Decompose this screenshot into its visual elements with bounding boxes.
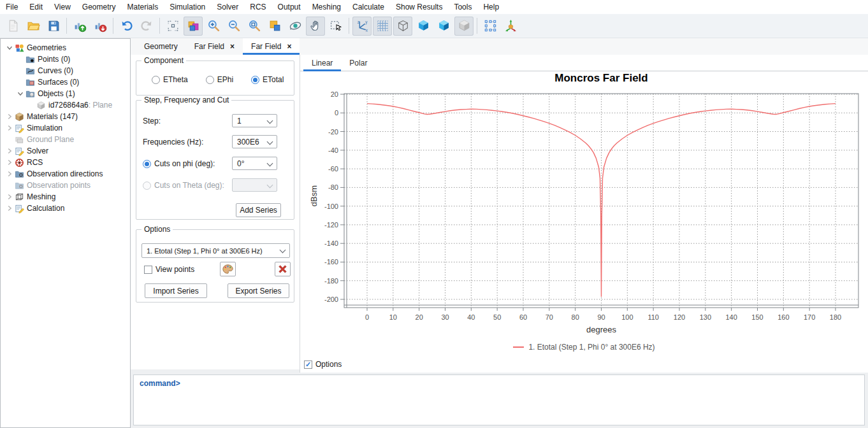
delete-series-button[interactable] bbox=[275, 262, 291, 276]
cuts-phi-radio[interactable] bbox=[143, 160, 151, 168]
tree-item-id726864a6[interactable]: id726864a6 : Plane bbox=[1, 99, 130, 111]
toolbar-wireframe-view-button[interactable] bbox=[393, 17, 412, 36]
tree-item-surfaces-0[interactable]: Surfaces (0) bbox=[1, 76, 130, 88]
menu-item-edit[interactable]: Edit bbox=[24, 0, 48, 14]
export-series-button[interactable]: Export Series bbox=[228, 283, 289, 298]
import-series-button[interactable]: Import Series bbox=[145, 283, 207, 298]
chevron-collapsed-icon[interactable] bbox=[4, 169, 14, 179]
tab-far-field-1[interactable]: Far Field× bbox=[186, 38, 243, 55]
toolbar-pan-button[interactable] bbox=[306, 17, 325, 36]
add-series-button[interactable]: Add Series bbox=[236, 203, 281, 217]
step-select-value: 1 bbox=[237, 117, 242, 125]
toolbar-bring-to-front-button[interactable] bbox=[265, 17, 284, 36]
materials-icon bbox=[14, 111, 24, 122]
tree-item-geometries[interactable]: Geometries bbox=[1, 42, 130, 54]
chevron-down-icon bbox=[280, 247, 286, 253]
menu-item-tools[interactable]: Tools bbox=[448, 0, 477, 14]
chevron-collapsed-icon[interactable] bbox=[4, 192, 14, 202]
tree-item-materials-147[interactable]: Materials (147) bbox=[1, 111, 130, 122]
etheta-option[interactable]: ETheta bbox=[152, 75, 188, 84]
tree-item-curves-0[interactable]: Curves (0) bbox=[1, 65, 130, 76]
toolbar-select-button[interactable] bbox=[326, 17, 345, 36]
toolbar-zoom-out-button[interactable] bbox=[224, 17, 243, 36]
tree-item-observation-points[interactable]: Observation points bbox=[1, 180, 130, 191]
command-panel[interactable]: command> bbox=[133, 374, 865, 425]
tab-geometry-0[interactable]: Geometry bbox=[136, 38, 186, 55]
series-color-button[interactable] bbox=[220, 262, 236, 276]
menu-item-solver[interactable]: Solver bbox=[211, 0, 244, 14]
toolbar-solid-view-button[interactable] bbox=[414, 17, 433, 36]
menu-item-rcs[interactable]: RCS bbox=[244, 0, 271, 14]
toolbar-show-axes-button[interactable]: zyx bbox=[352, 17, 372, 36]
tree-item-points-0[interactable]: Points (0) bbox=[1, 54, 130, 65]
toolbar-export-button[interactable] bbox=[90, 17, 110, 36]
toolbar-view-objects-button[interactable] bbox=[184, 17, 203, 36]
view-points-checkbox[interactable] bbox=[144, 266, 152, 274]
cube-gray-icon bbox=[458, 19, 471, 32]
close-icon[interactable]: × bbox=[287, 43, 291, 50]
view-points-option[interactable]: View points bbox=[144, 265, 194, 274]
ephi-option[interactable]: EPhi bbox=[206, 75, 233, 84]
chevron-collapsed-icon[interactable] bbox=[4, 124, 14, 133]
menu-item-show-results[interactable]: Show Results bbox=[390, 0, 448, 14]
tree-item-meshing[interactable]: Meshing bbox=[1, 191, 130, 203]
toolbar-fit-view-button[interactable] bbox=[163, 17, 182, 36]
menu-item-meshing[interactable]: Meshing bbox=[307, 0, 347, 14]
tree-item-observation-directions[interactable]: Observation directions bbox=[1, 168, 130, 180]
chart-tab-polar[interactable]: Polar bbox=[341, 55, 375, 71]
toolbar-move-object-button[interactable] bbox=[501, 17, 520, 36]
command-prompt[interactable]: command> bbox=[140, 379, 180, 388]
etheta-radio[interactable] bbox=[152, 76, 160, 84]
toolbar-orbit-button[interactable] bbox=[286, 17, 305, 36]
import-series-label: Import Series bbox=[153, 287, 198, 296]
toolbar-shaded-view-button[interactable] bbox=[434, 17, 453, 36]
toolbar-zoom-window-button[interactable] bbox=[245, 17, 264, 36]
menu-item-file[interactable]: File bbox=[0, 0, 24, 14]
toolbar-open-project-button[interactable] bbox=[24, 17, 43, 36]
etotal-option[interactable]: ETotal bbox=[251, 75, 284, 84]
toolbar-new-document-button[interactable] bbox=[3, 17, 22, 36]
doc-pencil-icon bbox=[14, 146, 24, 156]
menu-item-geometry[interactable]: Geometry bbox=[76, 0, 122, 14]
chevron-expanded-icon[interactable] bbox=[15, 89, 25, 99]
tree-item-calculation[interactable]: Calculation bbox=[1, 203, 130, 214]
tree-item-ground-plane[interactable]: Ground Plane bbox=[1, 134, 130, 145]
undo-icon bbox=[120, 19, 133, 32]
chart-options-checkbox[interactable] bbox=[304, 360, 312, 369]
menu-item-materials[interactable]: Materials bbox=[122, 0, 164, 14]
series-select[interactable]: 1. Etotal (Step 1, Phi 0° at 300E6 Hz) bbox=[141, 243, 290, 258]
toolbar-selection-box-button[interactable] bbox=[481, 17, 500, 36]
tree-item-objects-1[interactable]: Objects (1) bbox=[1, 88, 130, 99]
chevron-collapsed-icon[interactable] bbox=[4, 158, 14, 168]
chart-options-toggle[interactable]: Options bbox=[304, 360, 342, 369]
ephi-radio[interactable] bbox=[206, 76, 214, 84]
etotal-radio[interactable] bbox=[251, 76, 259, 84]
toolbar-redo-button[interactable] bbox=[137, 17, 156, 36]
close-icon[interactable]: × bbox=[230, 43, 235, 50]
tree-item-rcs[interactable]: RCS bbox=[1, 157, 130, 168]
chevron-collapsed-icon[interactable] bbox=[4, 112, 14, 122]
toolbar-save-project-button[interactable] bbox=[44, 17, 63, 36]
frequencies-select[interactable]: 300E6 bbox=[232, 135, 277, 148]
toolbar-undo-button[interactable] bbox=[117, 17, 136, 36]
toolbar-flat-view-button[interactable] bbox=[454, 17, 474, 36]
toolbar-import-button[interactable] bbox=[70, 17, 89, 36]
chevron-expanded-icon[interactable] bbox=[4, 43, 14, 53]
tab-far-field-2[interactable]: Far Field× bbox=[243, 38, 300, 55]
menu-item-simulation[interactable]: Simulation bbox=[164, 0, 211, 14]
toolbar-zoom-in-button[interactable] bbox=[204, 17, 223, 36]
menu-item-calculate[interactable]: Calculate bbox=[347, 0, 390, 14]
menu-item-view[interactable]: View bbox=[48, 0, 76, 14]
tree-item-solver[interactable]: Solver bbox=[1, 145, 130, 157]
tree-item-simulation[interactable]: Simulation bbox=[1, 122, 130, 134]
toolbar-show-grid-button[interactable] bbox=[373, 17, 392, 36]
cuts-phi-option[interactable]: Cuts on phi (deg): bbox=[143, 159, 215, 168]
cuts-phi-select[interactable]: 0° bbox=[232, 157, 277, 170]
legend-series-label: 1. Etotal (Step 1, Phi 0° at 300E6 Hz) bbox=[528, 343, 655, 352]
chevron-collapsed-icon[interactable] bbox=[4, 204, 14, 213]
step-select[interactable]: 1 bbox=[232, 114, 277, 127]
menu-item-help[interactable]: Help bbox=[477, 0, 505, 14]
menu-item-output[interactable]: Output bbox=[272, 0, 307, 14]
chart-tab-linear[interactable]: Linear bbox=[303, 55, 341, 71]
chevron-collapsed-icon[interactable] bbox=[4, 146, 14, 156]
